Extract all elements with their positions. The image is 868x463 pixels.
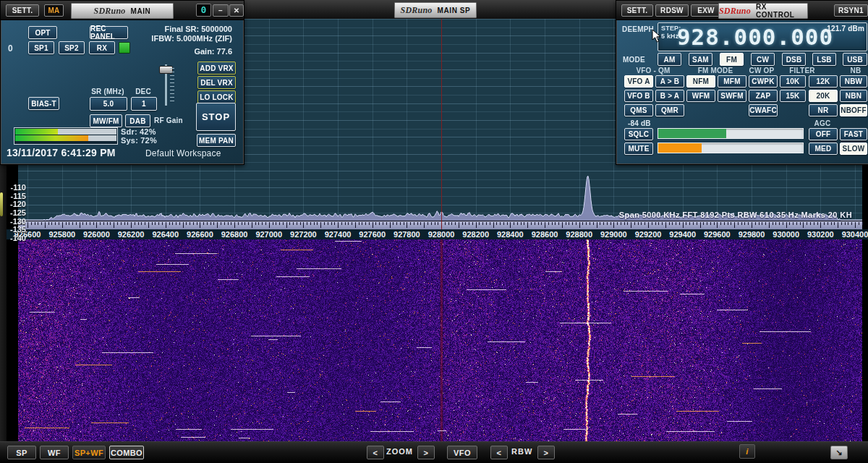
rdsw-button[interactable]: RDSW xyxy=(655,4,689,17)
agc-fast-button[interactable]: FAST xyxy=(840,128,867,140)
mfm-button[interactable]: MFM xyxy=(718,75,746,88)
filter-15k-button[interactable]: 15K xyxy=(780,90,806,102)
rf-gain-label: RF Gain xyxy=(154,116,186,124)
squelch-meter-fill xyxy=(658,129,726,138)
bias-t-button[interactable]: BIAS-T xyxy=(28,97,59,110)
filter-10k-button[interactable]: 10K xyxy=(780,75,806,88)
rx-button[interactable]: RX xyxy=(89,41,115,54)
filter-12k-button[interactable]: 12K xyxy=(809,75,838,88)
volume-meter-track[interactable] xyxy=(658,143,804,153)
sqlc-button[interactable]: SQLC xyxy=(624,128,653,140)
dec-value-field[interactable]: 1 xyxy=(131,97,157,111)
sp1-button[interactable]: SP1 xyxy=(28,41,54,54)
db-tick-label: -110 xyxy=(0,183,26,192)
mute-button[interactable]: MUTE xyxy=(624,143,653,155)
nbn-button[interactable]: NBN xyxy=(840,90,867,102)
gain-readout: Gain: 77.6 xyxy=(145,47,232,56)
main-ma-button[interactable]: MA xyxy=(44,4,64,17)
mode-sam-button[interactable]: SAM xyxy=(689,53,712,66)
final-sr-readout: Final SR: 5000000 xyxy=(131,25,232,33)
agc-slow-button[interactable]: SLOW xyxy=(840,143,867,155)
zoom-in-button[interactable]: > xyxy=(417,446,435,459)
b-to-a-button[interactable]: B > A xyxy=(655,90,684,102)
rbw-up-button[interactable]: > xyxy=(537,446,555,459)
vfo-a-button[interactable]: VFO A xyxy=(624,75,653,88)
main-window[interactable]: SETT. MA SDRuno MAIN 0 – ✕ OPT REC PANEL… xyxy=(0,0,244,165)
freq-tick-label: 927600 xyxy=(359,230,386,239)
qmr-button[interactable]: QMR xyxy=(655,104,684,116)
vfo-qm-header: VFO - QM xyxy=(628,67,678,75)
main-window-titlebar[interactable]: SETT. MA SDRuno MAIN 0 – ✕ xyxy=(1,1,244,20)
qms-button[interactable]: QMS xyxy=(624,104,653,116)
sr-value-field[interactable]: 5.0 xyxy=(90,97,127,111)
mode-am-button[interactable]: AM xyxy=(658,53,681,66)
mode-usb-button[interactable]: USB xyxy=(843,53,867,66)
filter-20k-button[interactable]: 20K xyxy=(809,90,838,102)
dab-button[interactable]: DAB xyxy=(125,114,150,127)
exw-button[interactable]: EXW xyxy=(691,4,721,17)
stop-button[interactable]: STOP xyxy=(196,103,236,131)
wfm-button[interactable]: WFM xyxy=(686,90,715,102)
del-vrx-button[interactable]: DEL VRX xyxy=(197,76,236,89)
rx-control-window[interactable]: SETT. RDSW EXW SDRuno RX CONTROL RSYN1 D… xyxy=(616,0,868,165)
squelch-meter-track[interactable] xyxy=(658,128,804,139)
rx-sett-button[interactable]: SETT. xyxy=(621,4,653,17)
resize-button[interactable]: ↘ xyxy=(830,446,848,459)
freq-tick-label: 927000 xyxy=(255,230,282,239)
datetime-readout: 13/11/2017 6:41:29 PM xyxy=(7,147,116,158)
cwpk-button[interactable]: CWPK xyxy=(749,75,778,88)
agc-label: AGC xyxy=(809,119,836,127)
mode-fm-button[interactable]: FM xyxy=(720,53,744,66)
agc-off-button[interactable]: OFF xyxy=(809,128,838,140)
vfo-b-button[interactable]: VFO B xyxy=(624,90,653,102)
rsyn1-button[interactable]: RSYN1 xyxy=(834,4,868,17)
swfm-button[interactable]: SWFM xyxy=(718,90,746,102)
rf-gain-slider-ticks xyxy=(170,68,174,104)
vfo-button[interactable]: VFO xyxy=(447,446,477,459)
zap-button[interactable]: ZAP xyxy=(749,90,778,102)
mode-dsb-button[interactable]: DSB xyxy=(782,53,806,66)
view-sp-button[interactable]: SP xyxy=(7,446,36,459)
view-combo-button[interactable]: COMBO xyxy=(109,446,144,459)
frequency-display[interactable]: STEP: 5 kHz 928.000.000 -121.7 dBm xyxy=(658,22,867,51)
load-meter xyxy=(14,127,118,145)
freq-tick-label: 926200 xyxy=(118,230,145,239)
rx-window-titlebar[interactable]: SETT. RDSW EXW SDRuno RX CONTROL RSYN1 xyxy=(616,1,868,20)
info-button[interactable]: i xyxy=(739,444,755,459)
agc-med-button[interactable]: MED xyxy=(809,143,838,155)
volume-meter-fill xyxy=(658,143,702,153)
cwafc-button[interactable]: CWAFC xyxy=(749,104,778,116)
nboff-button[interactable]: NBOFF xyxy=(840,104,867,116)
db-tick-label: -125 xyxy=(0,208,26,217)
lo-lock-button[interactable]: LO LOCK xyxy=(197,90,236,103)
spectrum-span-readout: Span 5000 KHz FFT 8192 Pts RBW 610.35 Hz… xyxy=(619,211,852,219)
nfm-button[interactable]: NFM xyxy=(686,75,715,88)
zoom-out-button[interactable]: < xyxy=(367,446,384,459)
sys-load-label: Sys: 72% xyxy=(121,136,157,145)
step-value[interactable]: 5 kHz xyxy=(661,33,679,40)
a-to-b-button[interactable]: A > B xyxy=(655,75,684,88)
minimize-button[interactable]: – xyxy=(213,4,229,17)
add-vrx-button[interactable]: ADD VRX xyxy=(197,61,236,75)
mw-fm-button[interactable]: MW/FM xyxy=(90,114,122,127)
opt-button[interactable]: OPT xyxy=(28,26,57,39)
sdruno-logo: SDRuno xyxy=(94,6,126,17)
main-sett-button[interactable]: SETT. xyxy=(6,4,39,17)
mem-pan-button[interactable]: MEM PAN xyxy=(197,134,236,147)
bottom-toolbar: SP WF SP+WF COMBO < ZOOM > VFO < RBW > i… xyxy=(0,441,868,463)
mode-cw-button[interactable]: CW xyxy=(751,53,775,66)
nr-button[interactable]: NR xyxy=(809,104,838,116)
rbw-down-button[interactable]: < xyxy=(490,446,508,459)
view-wf-button[interactable]: WF xyxy=(40,446,69,459)
sp2-button[interactable]: SP2 xyxy=(59,41,85,54)
view-sp-wf-button[interactable]: SP+WF xyxy=(72,446,106,459)
freq-tick-label: 929800 xyxy=(739,230,765,239)
sys-load-track xyxy=(15,135,116,141)
main-title-plate: SDRuno MAIN xyxy=(71,3,174,19)
nbw-button[interactable]: NBW xyxy=(840,75,867,88)
waterfall-canvas[interactable] xyxy=(0,239,868,441)
mode-lsb-button[interactable]: LSB xyxy=(812,53,836,66)
close-button[interactable]: ✕ xyxy=(229,4,244,17)
frequency-digits[interactable]: 928.000.000 xyxy=(686,23,825,51)
dec-label: DEC xyxy=(129,88,157,95)
